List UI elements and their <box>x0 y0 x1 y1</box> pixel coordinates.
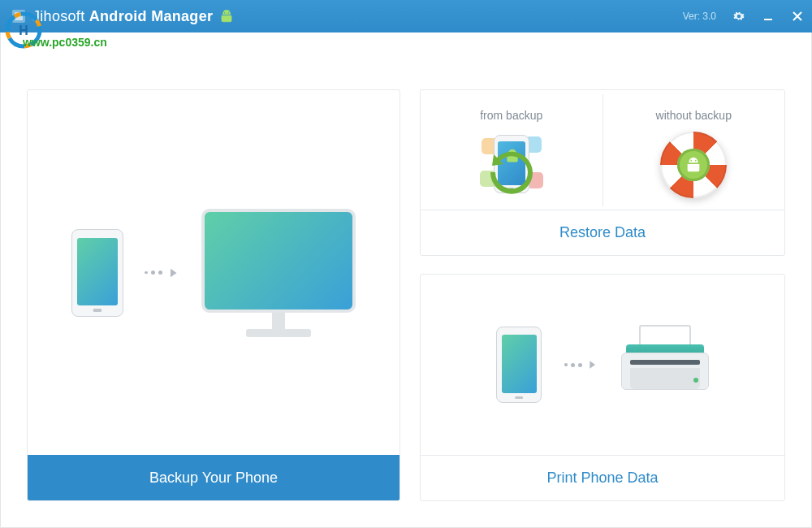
svg-point-5 <box>224 12 225 13</box>
restore-without-backup-label: without backup <box>656 109 732 122</box>
restore-arrow-icon <box>489 149 534 195</box>
restore-from-backup-label: from backup <box>480 109 542 122</box>
main-content: Backup Your Phone from backup <box>0 32 812 528</box>
monitor-icon <box>201 209 356 337</box>
lifering-icon <box>660 132 727 198</box>
arrow-dots-icon <box>564 358 598 371</box>
android-icon <box>685 155 702 175</box>
restore-card-title: Restore Data <box>421 210 784 255</box>
minimize-button[interactable] <box>754 0 783 32</box>
svg-rect-7 <box>764 19 772 20</box>
print-graphic <box>496 327 709 403</box>
svg-point-12 <box>691 159 693 161</box>
close-icon <box>793 11 802 21</box>
restore-from-backup-option[interactable]: from backup <box>421 94 603 206</box>
android-icon <box>219 8 234 24</box>
printer-icon <box>621 340 709 390</box>
svg-point-13 <box>695 159 697 161</box>
app-product: Android Manager <box>89 8 214 24</box>
titlebar: Jihosoft Android Manager Ver: 3.0 <box>0 0 812 32</box>
watermark-url: www.pc0359.cn <box>23 36 107 49</box>
app-title: Jihosoft Android Manager <box>32 8 213 25</box>
restore-card[interactable]: from backup <box>420 89 785 256</box>
version-label: Ver: 3.0 <box>675 0 724 32</box>
backup-card[interactable]: Backup Your Phone <box>27 89 400 501</box>
restore-without-backup-option[interactable]: without backup <box>603 94 785 206</box>
restore-from-backup-icon <box>478 132 545 198</box>
phone-icon <box>71 229 123 317</box>
print-card-title: Print Phone Data <box>421 455 784 500</box>
minimize-icon <box>763 11 773 21</box>
backup-card-title: Backup Your Phone <box>28 455 400 500</box>
arrow-dots-icon <box>145 266 180 280</box>
svg-point-6 <box>228 12 229 13</box>
settings-button[interactable] <box>724 0 754 32</box>
print-card[interactable]: Print Phone Data <box>420 274 785 501</box>
phone-icon <box>496 327 542 403</box>
gear-icon <box>733 11 745 22</box>
close-button[interactable] <box>783 0 812 32</box>
backup-graphic <box>71 209 356 337</box>
